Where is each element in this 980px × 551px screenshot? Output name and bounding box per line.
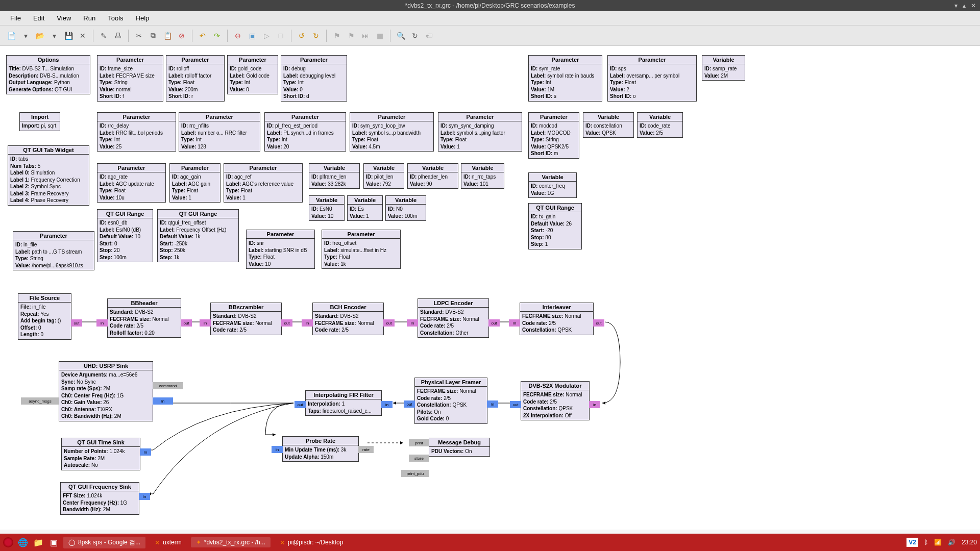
menu-view[interactable]: View (52, 12, 76, 24)
taskbar-app-grc[interactable]: ✦*dvbs2_tx_rx.grc - /h... (191, 537, 271, 547)
dropdown-icon[interactable]: ▾ (48, 30, 60, 42)
menu-file[interactable]: File (5, 12, 26, 24)
taskbar-app-term[interactable]: ⨯pi@pisdr: ~/Desktop (275, 537, 349, 547)
kill-icon[interactable]: □ (275, 30, 287, 42)
files-icon[interactable]: 📁 (33, 538, 44, 547)
block-var-plframe[interactable]: Variable ID: plframe_lenValue: 33.282k (309, 163, 360, 189)
block-param-nfilts[interactable]: Parameter ID: rrc_nfiltsLabel: number o.… (179, 112, 260, 152)
block-fir[interactable]: Interpolating FIR Filter Interpolation: … (305, 390, 382, 416)
play-icon[interactable]: ▷ (260, 30, 273, 42)
minimize-icon[interactable]: ▾ (954, 2, 958, 9)
block-var-pilot[interactable]: Variable ID: pilot_lenValue: 792 (363, 163, 404, 189)
block-time-sink[interactable]: QT GUI Time Sink Number of Points: 1.024… (61, 438, 140, 470)
block-param-modcod[interactable]: Parameter ID: modcodLabel: MODCODType: S… (528, 112, 579, 159)
port-in[interactable]: in (140, 448, 151, 456)
search-icon[interactable]: 🔍 (395, 30, 407, 42)
undo-icon[interactable]: ↶ (197, 30, 209, 42)
stop-icon[interactable]: ⊖ (232, 30, 244, 42)
port-out[interactable]: out (404, 400, 415, 408)
port-in[interactable]: in (381, 401, 393, 408)
block-var-plheader[interactable]: Variable ID: plheader_lenValue: 90 (407, 163, 458, 189)
block-bbscrambler[interactable]: BBscrambler Standard: DVB-S2FECFRAME siz… (210, 303, 282, 335)
block-bbheader[interactable]: BBheader Standard: DVB-S2FECFRAME size: … (107, 298, 181, 338)
port-cmd[interactable]: command (153, 382, 183, 389)
copy-icon[interactable]: ⧉ (147, 30, 159, 42)
block-param-rrc[interactable]: Parameter ID: rrc_delayLabel: RRC filt..… (97, 112, 176, 152)
save-icon[interactable]: 💾 (62, 30, 75, 42)
flag-icon[interactable]: ⚑ (331, 30, 343, 42)
menu-run[interactable]: Run (78, 12, 101, 24)
skip-icon[interactable]: ⏭ (359, 30, 372, 42)
close-icon[interactable]: ✕ (971, 2, 976, 9)
block-bch[interactable]: BCH Encoder Standard: DVB-S2FECFRAME siz… (312, 303, 384, 335)
block-ldpc[interactable]: LDPC Encoder Standard: DVB-S2FECFRAME si… (418, 298, 489, 338)
port-print[interactable]: print (409, 439, 429, 446)
port-out[interactable]: out (593, 319, 604, 327)
block-filesource[interactable]: File Source File: in_fileRepeat: YesAdd … (18, 293, 71, 340)
block-import[interactable]: Import Import: pi, sqrt (19, 112, 60, 131)
bluetooth-icon[interactable]: ᛒ (924, 539, 928, 546)
port-in[interactable]: in (96, 319, 108, 327)
terminal-icon[interactable]: ▣ (48, 538, 59, 547)
port-in[interactable]: in (153, 397, 173, 405)
maximize-icon[interactable]: ▴ (963, 2, 966, 9)
port-in[interactable]: in (407, 319, 418, 327)
block-var-n0[interactable]: Variable ID: N0Value: 100m (385, 195, 426, 221)
port-in[interactable]: in (139, 493, 150, 500)
block-param-symsync[interactable]: Parameter ID: sym_sync_loop_bwLabel: sym… (350, 112, 434, 152)
block-probe-rate[interactable]: Probe Rate Min Update Time (ms): 3kUpdat… (282, 436, 359, 462)
port-out[interactable]: out (383, 319, 395, 327)
block-var-const[interactable]: Variable ID: constellationValue: QPSK (583, 112, 634, 138)
port-pdu[interactable]: print_pdu (401, 470, 429, 477)
block-param-freqoff[interactable]: Parameter ID: freq_offsetLabel: simulate… (322, 230, 401, 269)
block-qt-tab[interactable]: QT GUI Tab Widget ID: tabsNum Tabs: 5Lab… (8, 145, 89, 206)
port-in[interactable]: in (589, 401, 600, 408)
redo-icon[interactable]: ↷ (211, 30, 223, 42)
reload-icon[interactable]: ↻ (409, 30, 421, 42)
port-out[interactable]: out (71, 319, 82, 327)
block-modulator[interactable]: DVB-S2X Modulator FECFRAME size: NormalC… (521, 381, 590, 420)
taskbar-app-uxterm[interactable]: ⨯uxterm (150, 537, 187, 547)
raspberry-icon[interactable] (3, 537, 13, 547)
menu-tools[interactable]: Tools (103, 12, 128, 24)
block-param-symdamp[interactable]: Parameter ID: sym_sync_dampingLabel: sym… (438, 112, 522, 152)
block-qt-txgain[interactable]: QT GUI Range ID: tx_gainDefault Value: 2… (528, 203, 582, 249)
block-param-symrate[interactable]: Parameter ID: sym_rateLabel: symbol rate… (528, 55, 602, 102)
port-out[interactable]: out (281, 319, 292, 327)
menu-help[interactable]: Help (131, 12, 155, 24)
port-in[interactable]: in (272, 446, 283, 453)
dropdown-icon[interactable]: ▾ (19, 30, 32, 42)
port-store[interactable]: store (409, 455, 429, 462)
wifi-icon[interactable]: 📶 (934, 539, 942, 546)
volume-icon[interactable]: 🔊 (948, 539, 955, 546)
chip-icon[interactable]: ▣ (246, 30, 258, 42)
edit-icon[interactable]: ✎ (97, 30, 110, 42)
new-icon[interactable]: 📄 (5, 30, 17, 42)
port-in[interactable]: in (509, 319, 520, 327)
open-icon[interactable]: 📂 (34, 30, 46, 42)
tag-icon[interactable]: 🏷 (423, 30, 435, 42)
block-param-agcref[interactable]: Parameter ID: agc_refLabel: AGC's refere… (224, 163, 303, 203)
menu-edit[interactable]: Edit (28, 12, 50, 24)
flowgraph-canvas[interactable]: Options Title: DVB-S2 T... SimulationDes… (0, 46, 980, 530)
block-param-rolloff[interactable]: Parameter ID: rolloffLabel: rolloff fact… (166, 55, 225, 102)
globe-icon[interactable]: 🌐 (17, 538, 29, 547)
block-param-sps[interactable]: Parameter ID: spsLabel: oversamp... per … (607, 55, 697, 102)
port-async[interactable]: async_msgs (21, 397, 59, 405)
port-out[interactable]: out (295, 401, 306, 408)
block-param-agcrate[interactable]: Parameter ID: agc_rateLabel: AGC update … (97, 163, 166, 203)
block-qt-freq[interactable]: QT GUI Range ID: qtgui_freq_offsetLabel:… (157, 209, 239, 262)
block-qt-esn0[interactable]: QT GUI Range ID: esn0_dbLabel: Es/N0 (dB… (97, 209, 153, 262)
block-var-esn0[interactable]: Variable ID: EsN0Value: 10 (309, 195, 345, 221)
rotate-left-icon[interactable]: ↺ (296, 30, 308, 42)
taskbar-app-chrome[interactable]: ◯8psk sps - Google 검... (63, 537, 145, 548)
block-param-debug[interactable]: Parameter ID: debugLabel: debugging leve… (281, 55, 347, 102)
port-in[interactable]: in (302, 319, 313, 327)
port-out[interactable]: out (181, 319, 192, 327)
vnc-icon[interactable]: V2 (906, 538, 918, 547)
port-in[interactable]: in (487, 400, 498, 408)
port-out[interactable]: out (510, 401, 521, 408)
rotate-right-icon[interactable]: ↻ (310, 30, 322, 42)
port-in[interactable]: in (200, 319, 211, 327)
block-param-snr[interactable]: Parameter ID: snrLabel: starting SNR in … (246, 230, 315, 269)
